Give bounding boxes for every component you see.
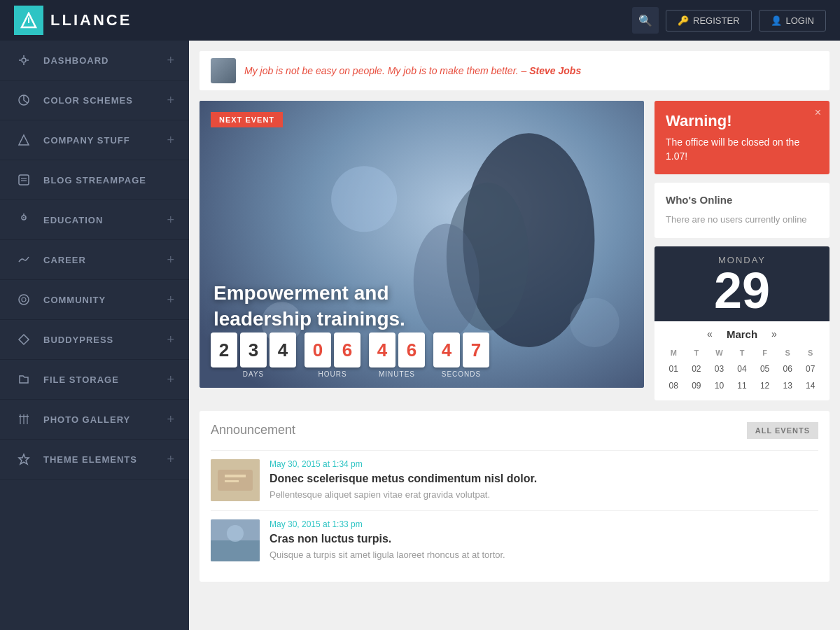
countdown-sec-1: 4 (433, 332, 460, 368)
register-label: REGISTER (693, 15, 739, 26)
community-icon (14, 290, 34, 309)
career-icon (14, 250, 34, 270)
announcement-title: Announcement (211, 423, 295, 438)
countdown-hours: 0 6 HOURS (304, 332, 360, 378)
svg-point-14 (23, 217, 24, 218)
sidebar-item-dashboard[interactable]: DASHBOARD + (0, 41, 189, 80)
sidebar-item-theme-elements-plus: + (167, 452, 175, 467)
register-icon: 🔑 (678, 15, 689, 26)
post-date-2: May 30, 2015 at 1:33 pm (270, 519, 505, 529)
sidebar-item-buddypress-plus: + (167, 332, 175, 347)
calendar-box: MONDAY 29 « March » M T W T (654, 246, 830, 400)
cal-header-M: M (663, 346, 685, 360)
cal-cell-13[interactable]: 13 (777, 378, 799, 393)
sidebar-item-buddypress-label: BUDDYPRESS (43, 335, 167, 345)
color-schemes-icon (14, 90, 34, 110)
content-area: My job is not be easy on people. My job … (189, 41, 840, 630)
sidebar-item-company-stuff[interactable]: COMPANY STUFF + (0, 120, 189, 160)
sidebar-item-blog[interactable]: BLOG STREAMPAGE (0, 160, 189, 200)
cal-cell-12[interactable]: 12 (754, 378, 776, 393)
photo-gallery-icon (14, 410, 34, 429)
sidebar-item-education-label: EDUCATION (43, 215, 167, 225)
next-event-badge: NEXT EVENT (211, 112, 283, 127)
hero-title: Empowerment and leadership trainings. (214, 281, 479, 332)
sidebar-item-color-schemes[interactable]: COLOR SCHEMES + (0, 80, 189, 120)
cal-cell-01[interactable]: 01 (663, 361, 685, 377)
buddypress-icon (14, 330, 34, 349)
svg-point-16 (22, 298, 26, 302)
all-events-button[interactable]: ALL EVENTS (747, 422, 818, 439)
cal-header-T2: T (732, 346, 753, 360)
cal-cell-05[interactable]: 05 (754, 361, 776, 377)
post-date-1: May 30, 2015 at 1:34 pm (270, 459, 537, 469)
sidebar-item-theme-elements[interactable]: THEME ELEMENTS + (0, 440, 189, 479)
svg-rect-9 (19, 175, 29, 185)
countdown-seconds: 4 7 SECONDS (433, 332, 489, 378)
post-title-2[interactable]: Cras non luctus turpis. (270, 532, 505, 547)
warning-box: × Warning! The office will be closed on … (654, 101, 830, 174)
sidebar-item-photo-gallery-plus: + (167, 412, 175, 427)
sidebar-item-education[interactable]: EDUCATION + (0, 200, 189, 240)
countdown-day-2: 3 (240, 332, 267, 368)
cal-cell-14[interactable]: 14 (799, 378, 821, 393)
sidebar-item-career-label: CAREER (43, 255, 167, 265)
login-button[interactable]: 👤 LOGIN (759, 10, 826, 31)
cal-cell-09[interactable]: 09 (686, 378, 708, 393)
sidebar-item-dashboard-label: DASHBOARD (43, 55, 167, 66)
countdown-days: 2 3 4 DAYS (211, 332, 296, 378)
cal-cell-07[interactable]: 07 (799, 361, 821, 377)
countdown-sec-2: 7 (463, 332, 489, 368)
cal-header-S: S (777, 346, 799, 360)
post-content-2: May 30, 2015 at 1:33 pm Cras non luctus … (270, 519, 505, 562)
countdown-min-2: 6 (398, 332, 425, 368)
warning-close-button[interactable]: × (815, 106, 821, 119)
cal-header-F: F (754, 346, 776, 360)
right-sidebar: × Warning! The office will be closed on … (654, 101, 830, 400)
register-button[interactable]: 🔑 REGISTER (666, 10, 751, 31)
cal-cell-11[interactable]: 11 (732, 378, 753, 393)
sidebar-item-company-stuff-label: COMPANY STUFF (43, 135, 167, 146)
calendar-prev-button[interactable]: « (707, 328, 713, 340)
calendar-body: « March » M T W T F S S (654, 321, 830, 400)
post-content-1: May 30, 2015 at 1:34 pm Donec scelerisqu… (270, 459, 537, 502)
sidebar-item-education-plus: + (167, 213, 175, 227)
sidebar-item-community-plus: + (167, 293, 175, 307)
cal-cell-06[interactable]: 06 (777, 361, 799, 377)
top-header: LLIANCE 🔍 🔑 REGISTER 👤 LOGIN (0, 0, 840, 41)
sidebar-item-dashboard-plus: + (167, 53, 175, 68)
main-layout: DASHBOARD + COLOR SCHEMES + COMPANY STUF… (0, 41, 840, 630)
cal-cell-04[interactable]: 04 (732, 361, 753, 377)
hero-content: Empowerment and leadership trainings. (214, 281, 479, 332)
logo-icon (14, 6, 43, 35)
countdown-min-1: 4 (369, 332, 396, 368)
countdown-day-1: 2 (211, 332, 237, 368)
sidebar-item-file-storage-label: FILE STORAGE (43, 374, 167, 385)
quote-text: My job is not be easy on people. My job … (244, 65, 581, 76)
cal-cell-10[interactable]: 10 (708, 378, 730, 393)
sidebar-item-photo-gallery[interactable]: PHOTO GALLERY + (0, 400, 189, 440)
sidebar-item-community-label: COMMUNITY (43, 295, 167, 305)
post-excerpt-1: Pellentesque aliquet sapien vitae erat g… (270, 489, 537, 501)
countdown-hour-2: 6 (334, 332, 360, 368)
quote-author: Steve Jobs (529, 65, 581, 76)
sidebar-item-career[interactable]: CAREER + (0, 240, 189, 280)
hero-section: NEXT EVENT Empowerment and leadership tr… (200, 101, 644, 388)
file-storage-icon (14, 370, 34, 389)
sidebar-item-file-storage[interactable]: FILE STORAGE + (0, 360, 189, 400)
cal-cell-08[interactable]: 08 (663, 378, 685, 393)
login-icon: 👤 (771, 15, 782, 26)
cal-cell-02[interactable]: 02 (686, 361, 708, 377)
cal-cell-03[interactable]: 03 (708, 361, 730, 377)
quote-bar: My job is not be easy on people. My job … (200, 51, 830, 90)
online-text: There are no users currently online (666, 213, 818, 227)
post-title-1[interactable]: Donec scelerisque metus condimentum nisl… (270, 472, 537, 486)
post-excerpt-2: Quisque a turpis sit amet ligula laoreet… (270, 549, 505, 561)
sidebar-item-community[interactable]: COMMUNITY + (0, 280, 189, 320)
sidebar-item-buddypress[interactable]: BUDDYPRESS + (0, 320, 189, 360)
theme-elements-icon (14, 449, 34, 469)
calendar-next-button[interactable]: » (771, 328, 777, 340)
search-button[interactable]: 🔍 (632, 7, 659, 34)
countdown-day-3: 4 (270, 332, 296, 368)
svg-point-15 (19, 295, 29, 304)
countdown-hour-1: 0 (304, 332, 331, 368)
